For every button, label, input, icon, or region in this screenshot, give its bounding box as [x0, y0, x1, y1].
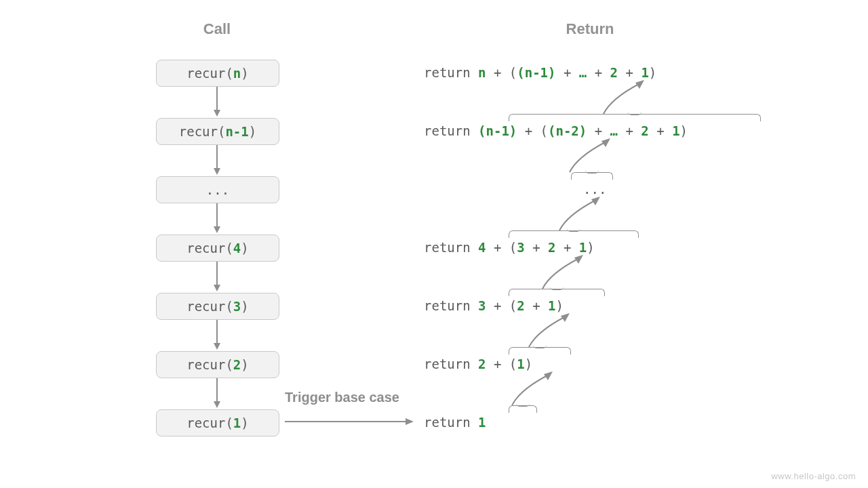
column-header-call: Call — [142, 20, 292, 38]
return-op: + ( — [517, 123, 548, 138]
return-op: + — [587, 123, 610, 138]
return-op: + — [649, 123, 672, 138]
return-line-2: return 2 + (1) — [424, 357, 532, 371]
base-case-label: Trigger base case — [285, 390, 399, 405]
svg-marker-1 — [214, 110, 220, 117]
return-term: 4 — [478, 240, 486, 255]
call-suffix: ) — [241, 415, 248, 430]
return-close: ) — [587, 240, 594, 255]
arrow-curve-up-icon — [597, 80, 651, 121]
call-prefix: recur( — [186, 66, 233, 81]
return-term: 1 — [517, 357, 524, 371]
svg-marker-19 — [544, 371, 553, 380]
return-kw: return — [424, 415, 478, 430]
return-term: n — [478, 65, 486, 80]
return-kw: return — [424, 357, 478, 371]
return-term: 1 — [478, 415, 486, 430]
call-box-3: recur(3) — [156, 293, 279, 320]
call-arg: 3 — [233, 299, 241, 314]
return-kw: return — [424, 123, 478, 138]
column-header-return: Return — [407, 20, 773, 38]
call-suffix: ) — [241, 241, 248, 256]
svg-marker-11 — [214, 401, 220, 408]
return-term: 1 — [548, 298, 555, 313]
return-term: 1 — [579, 240, 587, 255]
return-term: 3 — [517, 240, 524, 255]
watermark: www.hello-algo.com — [771, 471, 856, 481]
svg-marker-5 — [214, 226, 220, 233]
arrow-curve-up-icon — [505, 371, 559, 412]
call-suffix: ) — [249, 124, 256, 139]
return-term: 2 — [610, 65, 618, 80]
svg-marker-13 — [406, 418, 414, 425]
arrow-down-icon — [216, 203, 218, 233]
arrow-down-icon — [216, 87, 218, 117]
return-op: + — [587, 65, 610, 80]
svg-marker-14 — [635, 80, 644, 89]
svg-marker-3 — [214, 168, 220, 175]
return-op: + ( — [486, 298, 517, 313]
call-suffix: ) — [241, 299, 248, 314]
arrow-down-icon — [216, 320, 218, 350]
call-box-n-minus-1: recur(n-1) — [156, 118, 279, 145]
return-term: (n-2) — [548, 123, 587, 138]
return-term: (n-1) — [478, 123, 517, 138]
call-arg: 1 — [233, 415, 241, 430]
call-arg: 2 — [233, 357, 241, 372]
return-op: + — [556, 240, 579, 255]
return-kw: return — [424, 298, 478, 313]
call-box-2: recur(2) — [156, 351, 279, 378]
arrow-curve-up-icon — [553, 197, 607, 237]
call-arg: 4 — [233, 241, 241, 256]
svg-marker-9 — [214, 343, 220, 350]
call-suffix: ) — [241, 357, 248, 372]
return-close: ) — [556, 298, 564, 313]
call-box-n: recur(n) — [156, 60, 279, 87]
arrow-down-icon — [216, 378, 218, 408]
return-kw: return — [424, 65, 478, 80]
arrow-curve-up-icon — [563, 138, 617, 179]
call-ellipsis: ... — [206, 182, 229, 197]
return-close: ) — [649, 65, 656, 80]
return-close: ) — [525, 357, 532, 371]
arrow-curve-up-icon — [536, 255, 590, 296]
call-prefix: recur( — [186, 415, 233, 430]
return-term: 2 — [548, 240, 555, 255]
call-box-ellipsis: ... — [156, 176, 279, 203]
call-prefix: recur( — [179, 124, 226, 139]
return-op: + — [525, 240, 548, 255]
call-suffix: ) — [241, 66, 248, 81]
return-term: 2 — [641, 123, 648, 138]
arrow-curve-up-icon — [522, 313, 576, 354]
return-kw: return — [424, 240, 478, 255]
return-line-n: return n + ((n-1) + … + 2 + 1) — [424, 65, 656, 80]
svg-marker-18 — [561, 313, 570, 322]
return-op: + ( — [486, 357, 517, 371]
arrow-down-icon — [216, 262, 218, 291]
return-op: + ( — [486, 65, 517, 80]
return-term: (n-1) — [517, 65, 555, 80]
return-op: + — [525, 298, 548, 313]
return-term: 1 — [641, 65, 648, 80]
arrow-down-icon — [216, 145, 218, 175]
return-line-3: return 3 + (2 + 1) — [424, 298, 564, 313]
return-term: 2 — [517, 298, 524, 313]
return-term: 3 — [478, 298, 486, 313]
svg-marker-16 — [591, 197, 600, 205]
return-term: 1 — [672, 123, 679, 138]
return-ellipsis: … — [610, 123, 618, 138]
return-close: ) — [680, 123, 688, 138]
return-line-n-minus-1: return (n-1) + ((n-2) + … + 2 + 1) — [424, 123, 688, 138]
return-op: + ( — [486, 240, 517, 255]
return-op: + — [618, 123, 641, 138]
return-op: + — [618, 65, 641, 80]
return-op: + — [556, 65, 579, 80]
svg-marker-17 — [574, 255, 583, 264]
call-arg: n — [233, 66, 241, 81]
return-line-ellipsis: ... — [583, 182, 606, 197]
return-ellipsis: … — [579, 65, 587, 80]
call-box-4: recur(4) — [156, 235, 279, 262]
call-prefix: recur( — [186, 241, 233, 256]
call-prefix: recur( — [186, 299, 233, 314]
call-arg: n-1 — [225, 124, 248, 139]
